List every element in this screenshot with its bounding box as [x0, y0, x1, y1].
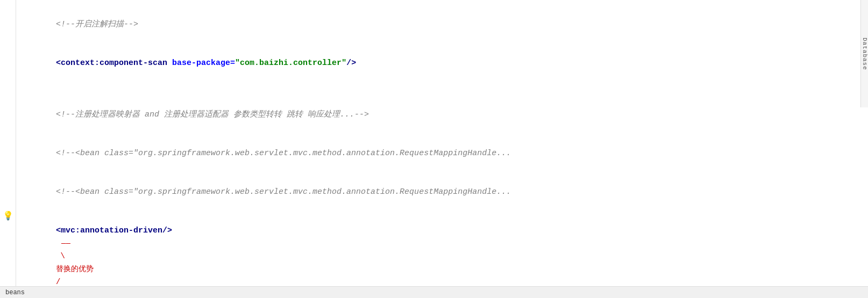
tag-text: <context:component-scan [56, 59, 172, 68]
code-line: <!--开启注解扫描--> [27, 5, 857, 44]
gutter: 💡 [0, 0, 16, 286]
code-content: <!--开启注解扫描--> <context:component-scan ba… [16, 0, 868, 286]
annotation-label: 替换的优势 [56, 265, 94, 273]
status-bar: beans [0, 286, 868, 298]
lightbulb-icon: 💡 [3, 210, 13, 221]
mvc-annotation-line: <mvc:annotation-driven/> —— \ 替换的优势 / [27, 212, 857, 286]
arrow-backslash: \ [56, 252, 65, 260]
tag-text: /> [346, 59, 356, 68]
arrow-slash: / [56, 278, 60, 286]
vertical-database-label: Database [860, 0, 868, 107]
attr-text: base-package= [172, 59, 235, 68]
editor-area: 💡 <!--开启注解扫描--> <context:component-scan … [0, 0, 868, 286]
code-line: <!--注册处理器映射器 and 注册处理器适配器 参数类型转转 跳转 响应处理… [27, 96, 857, 134]
code-line: <!--<bean class="org.springframework.web… [27, 134, 857, 173]
code-line: <context:component-scan base-package="co… [27, 44, 857, 83]
code-line: <!--<bean class="org.springframework.web… [27, 173, 857, 212]
comment-text: <!--<bean class="org.springframework.web… [56, 149, 511, 158]
arrow-dashes: —— [61, 239, 70, 248]
value-text: "com.baizhi.controller" [235, 59, 346, 68]
comment-text: <!--开启注解扫描--> [56, 20, 138, 29]
tag-text: <mvc:annotation-driven/> [56, 226, 172, 235]
comment-text: <!--注册处理器映射器 and 注册处理器适配器 参数类型转转 跳转 响应处理… [56, 110, 369, 119]
code-line [27, 83, 857, 96]
comment-text: <!--<bean class="org.springframework.web… [56, 187, 511, 197]
status-text: beans [5, 289, 25, 296]
